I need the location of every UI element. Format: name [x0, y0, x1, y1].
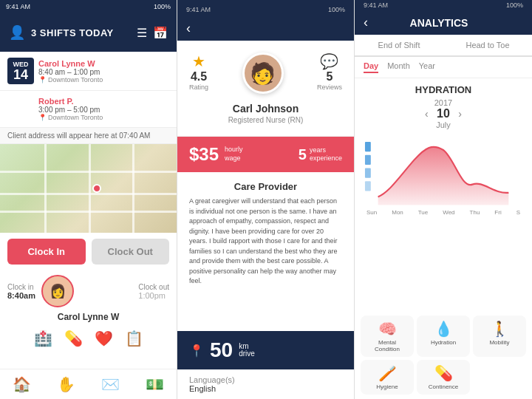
health-icon-mobility[interactable]: 🚶 Mobility [473, 316, 526, 357]
tab-end-of-shift[interactable]: End of Shift [355, 35, 443, 57]
label-fri: Fri [494, 209, 501, 216]
continence-icon: 💊 [420, 364, 467, 382]
clock-in-time: 8:40am [7, 291, 35, 300]
status-time: 9:41 AM [6, 3, 30, 10]
hydration-label: Hydration [420, 339, 467, 346]
chart-date: ‹ 2017 10 July › [364, 98, 523, 129]
drive-unit: kmdrive [239, 343, 255, 358]
shift-day-num-1: 14 [12, 68, 30, 81]
panel1-header: 👤 3 SHIFTS TODAY ☰ 📅 [0, 13, 177, 52]
salary-block: $35 [189, 144, 219, 165]
clock-out-info: Clock out 1:00pm [138, 283, 169, 300]
shift-details-1: Carol Lynne W 8:40 am – 1:00 pm 📍 Downto… [38, 59, 169, 83]
provider-avatar: 🧑 [242, 52, 284, 94]
nav-task-icon[interactable]: ✋ [57, 375, 75, 393]
hydration-icon: 💧 [420, 320, 467, 338]
mobility-label: Mobility [476, 339, 523, 346]
shift-item-2[interactable]: Robert P. 3:00 pm – 5:00 pm 📍 Downtown T… [0, 91, 177, 128]
reviews-block: 💬 5 Reviews [317, 52, 342, 91]
health-icon-continence[interactable]: 💊 Continence [417, 360, 470, 395]
location-icon: 📍 [189, 344, 204, 358]
map-pin [92, 184, 101, 193]
provider-card: ★ 4.5 Rating 🧑 💬 5 Reviews Carl Johnson … [177, 41, 354, 137]
svg-rect-0 [365, 142, 371, 151]
status-battery: 100% [154, 3, 171, 10]
drive-num: 50 [210, 338, 233, 362]
exp-label: yearsexperience [310, 146, 342, 163]
chart-next-arrow[interactable]: › [458, 108, 462, 120]
panel-provider: 9:41 AM 100% ‹ ★ 4.5 Rating 🧑 💬 5 Review… [177, 0, 355, 399]
mobility-icon: 🚶 [476, 320, 523, 338]
calendar-icon[interactable]: 📅 [153, 26, 168, 40]
chart-month: July [434, 120, 452, 129]
label-tue: Tue [418, 209, 429, 216]
drive-bar: 📍 50 kmdrive [177, 331, 354, 369]
analytics-tabs: End of Shift Head to Toe [355, 35, 532, 57]
location-pin-icon-1: 📍 [38, 76, 47, 83]
clock-in-button[interactable]: Clock In [7, 239, 86, 265]
care-icons-row: 🏥 💊 ❤️ 📋 [0, 325, 177, 352]
caregiver-name: Carol Lynne W [0, 312, 177, 325]
salary-amount: $35 [189, 144, 219, 164]
location-pin-icon-2: 📍 [38, 114, 47, 121]
shift-time-2: 3:00 pm – 5:00 pm [38, 106, 169, 114]
shift-details-2: Robert P. 3:00 pm – 5:00 pm 📍 Downtown T… [38, 97, 169, 121]
clock-out-time: 1:00pm [138, 291, 169, 300]
analytics-title: ANALYTICS [410, 17, 468, 29]
tab-head-to-toe[interactable]: Head to Toe [443, 35, 532, 57]
panel2-header: 9:41 AM 100% ‹ [177, 0, 354, 41]
reviews-value: 5 [317, 70, 342, 83]
salary-bar: $35 hourlywage 5 yearsexperience [177, 137, 354, 172]
chart-day: 10 [434, 107, 452, 120]
nav-mail-icon[interactable]: ✉️ [101, 375, 120, 393]
chart-prev-arrow[interactable]: ‹ [425, 108, 429, 120]
rating-label: Rating [189, 83, 208, 91]
health-icon-hydration[interactable]: 💧 Hydration [417, 316, 470, 357]
chart-year: 2017 [434, 98, 452, 107]
rating-value: 4.5 [189, 70, 208, 83]
bio-text: A great caregiver will understand that e… [189, 197, 342, 287]
nav-home-icon[interactable]: 🏠 [13, 375, 31, 393]
analytics-subtabs: Day Month Year [355, 57, 532, 78]
subtab-day[interactable]: Day [364, 61, 378, 73]
svg-rect-2 [365, 168, 371, 177]
clock-button-row: Clock In Clock Out [0, 233, 177, 270]
subtab-year[interactable]: Year [419, 61, 435, 73]
salary-label: hourlywage [225, 146, 243, 162]
shift-time-1: 8:40 am – 1:00 pm [38, 68, 169, 76]
panel-shifts: 9:41 AM 100% 👤 3 SHIFTS TODAY ☰ 📅 WED 14… [0, 0, 177, 399]
hygiene-label: Hygiene [364, 383, 411, 390]
clock-in-info: Clock in 8:40am [7, 283, 35, 300]
reviews-label: Reviews [317, 83, 342, 91]
map-background [0, 144, 177, 233]
exp-num: 5 [299, 146, 307, 163]
clock-info-row: Clock in 8:40am 👩 Clock out 1:00pm [0, 270, 177, 312]
bio-title: Care Provider [189, 181, 342, 192]
panel2-nav: ‹ [186, 16, 345, 41]
shifts-title: 3 SHIFTS TODAY [31, 27, 114, 38]
label-mon: Mon [392, 209, 403, 216]
back-button-p2[interactable]: ‹ [186, 21, 191, 36]
health-icon-hygiene[interactable]: 🪥 Hygiene [361, 360, 414, 395]
p3-battery: 100% [506, 1, 523, 9]
mental-label: MentalCondition [364, 339, 411, 352]
shift-item-1[interactable]: WED 14 Carol Lynne W 8:40 am – 1:00 pm 📍… [0, 52, 177, 91]
nav-dollar-icon[interactable]: 💵 [146, 375, 164, 393]
care-icon-3: ❤️ [95, 330, 113, 347]
experience-block: 5 yearsexperience [299, 146, 342, 163]
provider-rating-row: ★ 4.5 Rating 🧑 💬 5 Reviews [189, 52, 342, 94]
panel2-status-bar: 9:41 AM 100% [186, 6, 345, 16]
provider-role: Registered Nurse (RN) [189, 116, 342, 124]
star-icon: ★ [189, 52, 208, 70]
health-icon-mental[interactable]: 🧠 MentalCondition [361, 316, 414, 357]
hydration-svg [364, 135, 523, 209]
clock-out-button[interactable]: Clock Out [92, 239, 170, 265]
care-icon-1: 🏥 [34, 330, 52, 347]
list-icon[interactable]: ☰ [137, 26, 147, 40]
back-button-p3[interactable]: ‹ [364, 15, 368, 30]
subtab-month[interactable]: Month [387, 61, 410, 73]
hydration-chart [364, 135, 523, 209]
caregiver-avatar: 👩 [41, 275, 74, 307]
languages-title: Language(s) [189, 375, 342, 384]
p2-battery: 100% [328, 6, 345, 13]
